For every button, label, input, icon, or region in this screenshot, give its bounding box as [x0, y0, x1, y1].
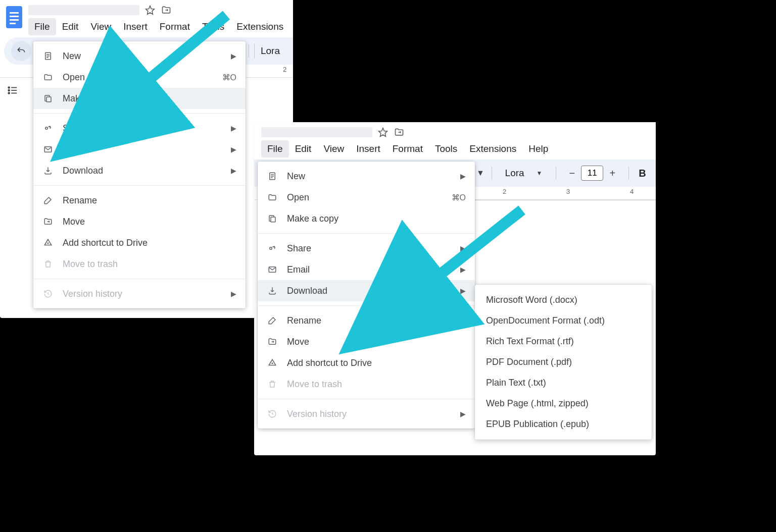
menu-item-add-shortcut[interactable]: Add shortcut to Drive [33, 232, 246, 253]
font-name-label: Lora [261, 45, 280, 57]
ruler-tick-3: 3 [566, 188, 570, 195]
label: Move [287, 337, 466, 347]
chevron-right-icon: ▶ [231, 145, 236, 153]
menu-item-version-history[interactable]: Version history ▶ [258, 403, 475, 424]
divider [492, 167, 492, 180]
font-size-input[interactable] [581, 166, 603, 181]
file-menu-b: New ▶ Open ⌘O Make a copy Share ▶ Email … [258, 162, 475, 429]
label: Make a copy [63, 93, 236, 104]
download-pdf[interactable]: PDF Document (.pdf) [475, 352, 652, 373]
undo-button[interactable] [11, 41, 31, 61]
menu-item-open[interactable]: Open ⌘O [258, 187, 475, 208]
menu-item-share[interactable]: Share ▶ [33, 118, 246, 139]
menu-item-share[interactable]: Share ▶ [258, 238, 475, 259]
svg-rect-4 [10, 23, 16, 24]
menu-item-new[interactable]: New ▶ [258, 166, 475, 187]
rename-icon [267, 315, 278, 326]
menu-item-trash: Move to trash [258, 374, 475, 395]
menu-item-move[interactable]: Move [33, 211, 246, 232]
font-family-select[interactable]: Lora ▼ [499, 166, 549, 181]
menu-item-rename[interactable]: Rename [258, 310, 475, 331]
menu-item-rename[interactable]: Rename [33, 190, 246, 211]
label: Make a copy [287, 214, 466, 224]
star-icon[interactable] [144, 5, 156, 16]
separator [33, 279, 246, 279]
menu-format[interactable]: Format [154, 18, 196, 35]
label: Open [63, 72, 213, 83]
menu-item-email[interactable]: Email ▶ [33, 139, 246, 160]
menu-item-move[interactable]: Move [258, 331, 475, 352]
move-folder-icon[interactable] [394, 127, 405, 138]
menu-view[interactable]: View [317, 140, 350, 157]
divider [249, 44, 249, 58]
label: Share [63, 123, 222, 134]
label: Rename [287, 315, 466, 326]
bold-button[interactable]: B [636, 168, 649, 179]
download-html[interactable]: Web Page (.html, zipped) [475, 393, 652, 414]
menu-item-add-shortcut[interactable]: Add shortcut to Drive [258, 352, 475, 374]
font-family-select[interactable]: Lora [254, 43, 286, 59]
menu-help[interactable]: Help [522, 140, 554, 157]
menu-format[interactable]: Format [386, 140, 429, 157]
menu-tools[interactable]: Tools [196, 18, 230, 35]
label: Email [63, 144, 222, 155]
svg-point-6 [8, 87, 10, 88]
doc-title-placeholder[interactable] [28, 5, 139, 15]
menu-insert[interactable]: Insert [117, 18, 154, 35]
menu-extensions[interactable]: Extensions [230, 18, 289, 35]
download-docx[interactable]: Microsoft Word (.docx) [475, 290, 652, 310]
decrease-size-button[interactable]: − [563, 165, 581, 181]
increase-size-button[interactable]: + [603, 165, 621, 181]
docs-logo-icon[interactable] [5, 3, 23, 31]
menu-item-version-history[interactable]: Version history ▶ [33, 283, 246, 304]
menu-tools[interactable]: Tools [429, 140, 463, 157]
menu-file[interactable]: File [261, 140, 289, 157]
download-epub[interactable]: EPUB Publication (.epub) [475, 414, 652, 435]
move-folder-icon[interactable] [161, 5, 172, 16]
titlebar: File Edit View Insert Format Tools Exten… [0, 0, 293, 35]
label: Download [287, 286, 451, 296]
download-txt[interactable]: Plain Text (.txt) [475, 373, 652, 393]
menu-edit[interactable]: Edit [289, 140, 318, 157]
label: Rename [63, 195, 236, 206]
chevron-right-icon: ▶ [460, 410, 466, 418]
menu-item-email[interactable]: Email ▶ [258, 259, 475, 280]
menu-insert[interactable]: Insert [350, 140, 386, 157]
menu-view[interactable]: View [84, 18, 117, 35]
label: New [287, 171, 451, 182]
ruler-tick-2: 2 [283, 66, 286, 73]
doc-title-placeholder[interactable] [261, 127, 372, 137]
folder-icon [42, 72, 54, 83]
label: Move to trash [287, 379, 466, 390]
label: Add shortcut to Drive [63, 238, 236, 248]
separator [258, 399, 475, 399]
svg-point-8 [8, 92, 10, 94]
menu-item-open[interactable]: Open ⌘O [33, 67, 246, 88]
menu-edit[interactable]: Edit [56, 18, 85, 35]
outline-button[interactable] [0, 78, 22, 98]
trash-icon [267, 379, 278, 390]
trash-icon [42, 258, 54, 270]
menu-item-download[interactable]: Download ▶ [33, 160, 246, 181]
download-rtf[interactable]: Rich Text Format (.rtf) [475, 331, 652, 352]
chevron-right-icon: ▶ [460, 244, 466, 252]
menu-extensions[interactable]: Extensions [463, 140, 522, 157]
svg-point-17 [45, 127, 48, 130]
menu-file[interactable]: File [28, 18, 56, 35]
menu-item-download[interactable]: Download ▶ [258, 280, 475, 301]
download-odt[interactable]: OpenDocument Format (.odt) [475, 310, 652, 331]
star-icon[interactable] [377, 127, 389, 138]
separator [258, 305, 475, 306]
download-icon [42, 165, 54, 176]
share-icon [42, 123, 54, 134]
dropdown-caret-icon[interactable]: ▼ [476, 169, 484, 178]
copy-icon [42, 93, 54, 104]
menu-item-make-a-copy[interactable]: Make a copy [33, 88, 246, 109]
label: Add shortcut to Drive [287, 358, 466, 368]
menu-item-new[interactable]: New ▶ [33, 45, 246, 67]
svg-point-32 [270, 247, 272, 250]
drive-shortcut-icon [42, 237, 54, 248]
separator [258, 233, 475, 234]
menu-item-make-a-copy[interactable]: Make a copy [258, 208, 475, 229]
chevron-right-icon: ▶ [460, 287, 466, 295]
